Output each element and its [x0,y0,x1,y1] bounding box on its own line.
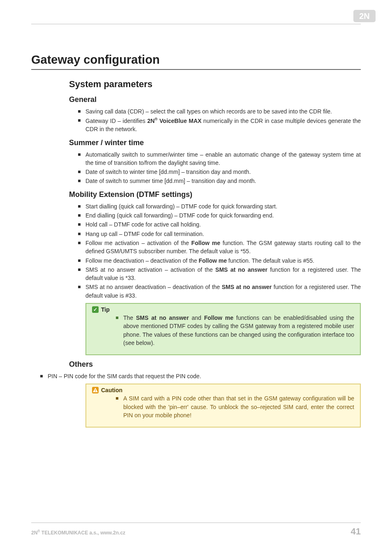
page-footer: 2N® TELEKOMUNIKACE a.s., www.2n.cz 41 [31,523,361,537]
list-item: Follow me deactivation – deactivation of… [85,257,361,265]
subsection-general: General [69,95,361,104]
svg-rect-3 [95,391,96,392]
others-list: PIN – PIN code for the SIM cards that re… [48,372,361,380]
tip-callout: ✓ Tip The SMS at no answer and Follow me… [85,303,361,355]
list-item: End dialling (quick call forwarding) – D… [85,211,361,220]
list-item: Gateway ID – identifies 2N® VoiceBlue MA… [85,116,361,133]
list-item: Date of switch to summer time [dd.mm] – … [85,177,361,185]
svg-rect-2 [95,389,96,391]
list-item: Hang up call – DTMF code for call termin… [85,230,361,238]
list-item: Automatically switch to summer/winter ti… [85,150,361,167]
list-item: SMS at no answer activation – activation… [85,266,361,282]
section-system-parameters: System parameters [69,79,361,90]
subsection-others: Others [69,360,361,369]
subsection-mobility-extension: Mobility Extension (DTMF settings) [69,190,361,199]
footer-company: 2N® TELEKOMUNIKACE a.s., www.2n.cz [31,529,125,536]
svg-text:2N: 2N [359,12,370,21]
page-title: Gateway configuration [31,53,361,70]
page-number: 41 [351,526,361,537]
tip-title: Tip [101,306,110,313]
warning-icon [92,387,99,393]
list-item: Hold call – DTMF code for active call ho… [85,220,361,229]
check-icon: ✓ [92,306,99,313]
list-item: Date of switch to winter time [dd.mm] – … [85,168,361,176]
mobility-list: Start dialling (quick call forwarding) –… [85,202,361,300]
footer-rule [31,523,361,523]
list-item: Start dialling (quick call forwarding) –… [85,202,361,210]
caution-callout: Caution A SIM card with a PIN code other… [85,384,361,428]
general-list: Saving call data (CDR) – select the call… [85,107,361,134]
header-rule [31,24,361,24]
list-item: PIN – PIN code for the SIM cards that re… [48,372,361,380]
subsection-summer-winter: Summer / winter time [69,139,361,147]
list-item: Follow me activation – activation of the… [85,239,361,256]
list-item: Saving call data (CDR) – select the call… [85,107,361,116]
tip-text: The SMS at no answer and Follow me funct… [123,314,354,347]
brand-logo: 2N [353,10,376,22]
summer-list: Automatically switch to summer/winter ti… [85,150,361,185]
caution-title: Caution [101,387,122,393]
list-item: SMS at no answer deactivation – deactiva… [85,283,361,300]
caution-text: A SIM card with a PIN code other than th… [123,394,354,419]
